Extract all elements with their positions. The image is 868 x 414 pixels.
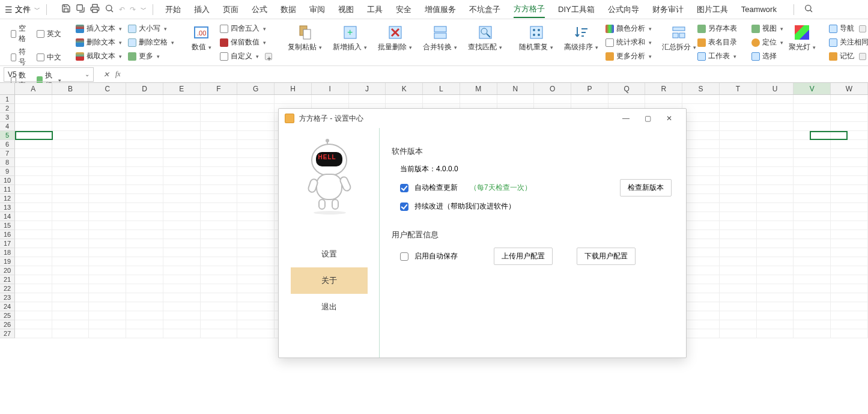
cell[interactable]	[15, 131, 52, 140]
row-header-8[interactable]: 8	[0, 158, 15, 167]
cell[interactable]	[15, 203, 52, 212]
cell[interactable]	[52, 257, 90, 266]
cell[interactable]	[757, 140, 794, 149]
cell[interactable]	[720, 185, 757, 194]
cell[interactable]	[757, 248, 794, 257]
cell[interactable]	[757, 203, 794, 212]
btn-save-sheet[interactable]: 另存本表	[696, 23, 738, 34]
cell[interactable]	[237, 113, 275, 122]
tab-fangfanggezi[interactable]: 方方格子	[514, 1, 545, 18]
cell[interactable]	[201, 113, 238, 122]
cell[interactable]	[237, 293, 275, 302]
cell[interactable]	[794, 185, 831, 194]
cell[interactable]	[163, 275, 201, 284]
cell[interactable]	[52, 221, 90, 230]
cell[interactable]	[682, 311, 720, 320]
btn-trim-text[interactable]: 截取文本▾	[74, 50, 123, 62]
cell[interactable]	[720, 257, 757, 266]
btn-merge-convert[interactable]: 合并转换▾	[420, 23, 460, 53]
cell[interactable]	[15, 257, 52, 266]
cell[interactable]	[794, 158, 831, 167]
cell[interactable]	[794, 131, 831, 140]
cell[interactable]	[831, 212, 868, 221]
cell[interactable]	[201, 176, 238, 185]
col-header-J[interactable]: J	[349, 83, 386, 94]
cell[interactable]	[237, 176, 275, 185]
row-header-22[interactable]: 22	[0, 284, 15, 293]
cell[interactable]	[89, 95, 126, 104]
cell[interactable]	[126, 167, 163, 176]
cell[interactable]	[52, 302, 90, 311]
col-header-W[interactable]: W	[831, 83, 868, 94]
tab-view[interactable]: 视图	[338, 2, 354, 17]
cell[interactable]	[460, 95, 497, 104]
row-header-15[interactable]: 15	[0, 221, 15, 230]
cell[interactable]	[831, 149, 868, 158]
tab-data[interactable]: 数据	[281, 2, 296, 17]
cell[interactable]	[237, 122, 275, 131]
btn-memory[interactable]: 记忆	[828, 50, 868, 62]
cell[interactable]	[163, 257, 201, 266]
cell[interactable]	[201, 221, 238, 230]
cell[interactable]	[720, 131, 757, 140]
print-icon[interactable]	[90, 4, 100, 15]
row-header-27[interactable]: 27	[0, 329, 15, 338]
cell[interactable]	[52, 113, 90, 122]
cell[interactable]	[682, 113, 720, 122]
cell[interactable]	[163, 167, 201, 176]
cell[interactable]	[126, 302, 163, 311]
cell[interactable]	[720, 275, 757, 284]
cell[interactable]	[757, 329, 794, 338]
cell[interactable]	[201, 257, 238, 266]
cell[interactable]	[89, 221, 126, 230]
btn-round[interactable]: 四舍五入▾	[219, 23, 273, 34]
chevron-down-icon[interactable]: ﹀	[34, 5, 40, 14]
cell[interactable]	[720, 194, 757, 203]
cell[interactable]	[682, 185, 720, 194]
cell[interactable]	[15, 329, 52, 338]
cell[interactable]	[794, 212, 831, 221]
cell[interactable]	[757, 311, 794, 320]
row-header-13[interactable]: 13	[0, 203, 15, 212]
cell[interactable]	[237, 167, 275, 176]
cell[interactable]	[15, 212, 52, 221]
col-header-F[interactable]: F	[201, 83, 238, 94]
cell[interactable]	[237, 203, 275, 212]
cell[interactable]	[794, 266, 831, 275]
tab-formula[interactable]: 公式	[252, 2, 267, 17]
tab-vas[interactable]: 增值服务	[425, 2, 456, 17]
cell[interactable]	[15, 113, 52, 122]
btn-select[interactable]: 选择	[750, 50, 785, 62]
cell[interactable]	[794, 95, 831, 104]
cell[interactable]	[720, 122, 757, 131]
redo-icon[interactable]: ↷	[130, 5, 136, 14]
cell[interactable]	[794, 293, 831, 302]
cell[interactable]	[757, 167, 794, 176]
cell[interactable]	[89, 275, 126, 284]
cell[interactable]	[720, 158, 757, 167]
row-header-5[interactable]: 5	[0, 131, 15, 140]
cell[interactable]	[831, 302, 868, 311]
cell[interactable]	[682, 320, 720, 329]
col-header-V[interactable]: V	[794, 83, 831, 94]
cell[interactable]	[757, 185, 794, 194]
cell[interactable]	[720, 176, 757, 185]
cell[interactable]	[52, 176, 90, 185]
btn-delete-space[interactable]: 删除空格▾	[127, 37, 175, 48]
cell[interactable]	[126, 257, 163, 266]
cell[interactable]	[15, 320, 52, 329]
cell[interactable]	[237, 311, 275, 320]
col-header-A[interactable]: A	[15, 83, 52, 94]
cell[interactable]	[720, 167, 757, 176]
cell[interactable]	[831, 203, 868, 212]
btn-nav[interactable]: 导航	[828, 23, 868, 34]
btn-batch-delete[interactable]: 批量删除▾	[375, 23, 414, 53]
cell[interactable]	[15, 167, 52, 176]
cell[interactable]	[15, 230, 52, 239]
row-header-16[interactable]: 16	[0, 230, 15, 239]
cell[interactable]	[794, 104, 831, 113]
cell[interactable]	[237, 131, 275, 140]
btn-delete-text[interactable]: 删除文本▾	[74, 37, 123, 48]
cell[interactable]	[126, 158, 163, 167]
cell[interactable]	[720, 140, 757, 149]
